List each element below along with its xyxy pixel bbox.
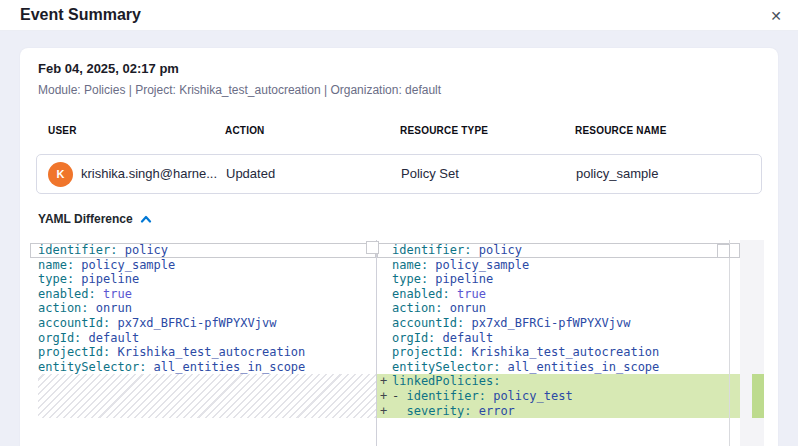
column-header-resource-type: RESOURCE TYPE	[400, 125, 488, 136]
diff-line-added: +linkedPolicies:	[377, 374, 740, 389]
row-action: Updated	[226, 155, 275, 193]
avatar: K	[48, 162, 73, 187]
yaml-difference-toggle[interactable]: YAML Difference	[38, 211, 152, 226]
diff-line-added: +- identifier: policy_test	[377, 389, 740, 404]
diff-line: action: onrun	[377, 301, 740, 316]
scrollbar-slider[interactable]	[366, 241, 379, 254]
diff-placeholder-hatch	[38, 374, 376, 418]
diff-line: type: pipeline	[377, 272, 740, 287]
modal-header: Event Summary ✕	[0, 0, 798, 31]
diff-content-edge	[729, 240, 730, 446]
diff-modified-pane[interactable]: identifier: policyname: policy_sampletyp…	[377, 240, 740, 446]
diff-line: accountId: px7xd_BFRCi-pfWPYXVjvw	[377, 316, 740, 331]
diff-line: name: policy_sample	[377, 258, 740, 273]
scrollbar-slider[interactable]	[717, 244, 730, 258]
column-header-resource-name: RESOURCE NAME	[575, 125, 667, 136]
diff-line-added: + severity: error	[377, 404, 740, 419]
yaml-diff-viewer: identifier: policyname: policy_sampletyp…	[30, 240, 764, 446]
row-resource-type: Policy Set	[401, 155, 459, 193]
diff-line: enabled: true	[30, 287, 376, 302]
diff-line: entitySelector: all_entities_in_scope	[30, 360, 376, 375]
event-meta: Module: Policies | Project: Krishika_tes…	[38, 83, 441, 97]
event-card: Feb 04, 2025, 02:17 pm Module: Policies …	[20, 48, 778, 446]
diff-line: orgId: default	[377, 331, 740, 346]
diff-line: entitySelector: all_entities_in_scope	[377, 360, 740, 375]
page-title: Event Summary	[20, 6, 141, 24]
diff-line: action: onrun	[30, 301, 376, 316]
diff-line: type: pipeline	[30, 272, 376, 287]
event-timestamp: Feb 04, 2025, 02:17 pm	[38, 61, 179, 76]
table-row: K krishika.singh@harne... Updated Policy…	[36, 154, 762, 194]
diff-original-code: identifier: policyname: policy_sampletyp…	[30, 243, 376, 374]
diff-modified-code: identifier: policyname: policy_sampletyp…	[377, 243, 740, 418]
overview-ruler[interactable]	[740, 240, 764, 446]
diff-line: identifier: policy	[377, 243, 740, 258]
diff-line: accountId: px7xd_BFRCi-pfWPYXVjvw	[30, 316, 376, 331]
diff-line: projectId: Krishika_test_autocreation	[377, 345, 740, 360]
column-header-action: ACTION	[225, 125, 265, 136]
chevron-up-icon	[140, 212, 152, 226]
yaml-difference-label: YAML Difference	[38, 212, 133, 226]
diff-line: enabled: true	[377, 287, 740, 302]
close-icon[interactable]: ✕	[766, 6, 786, 26]
diff-original-pane[interactable]: identifier: policyname: policy_sampletyp…	[30, 240, 376, 446]
diff-line: projectId: Krishika_test_autocreation	[30, 345, 376, 360]
overview-ruler-added-marker	[752, 374, 764, 418]
row-resource-name: policy_sample	[576, 155, 658, 193]
event-summary-modal: Event Summary ✕ Feb 04, 2025, 02:17 pm M…	[0, 0, 798, 446]
diff-line: identifier: policy	[30, 243, 376, 258]
column-header-user: USER	[48, 125, 77, 136]
row-user: krishika.singh@harne...	[81, 155, 217, 193]
diff-line: name: policy_sample	[30, 258, 376, 273]
diff-line: orgId: default	[30, 331, 376, 346]
